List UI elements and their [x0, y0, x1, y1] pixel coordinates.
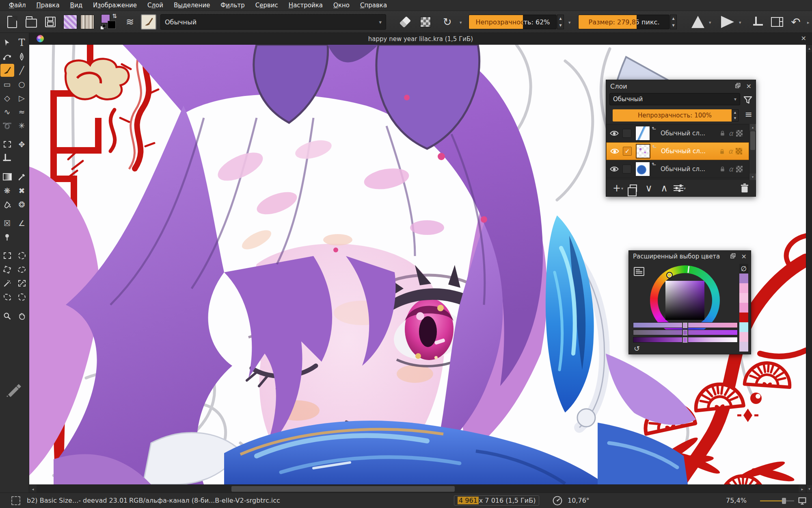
- mirror-horizontal-caret[interactable]: ▾: [709, 20, 711, 25]
- pencil-icon[interactable]: [3, 379, 24, 399]
- opacity-spinner[interactable]: ▲▼: [557, 15, 564, 29]
- trim-image-button[interactable]: [751, 14, 766, 30]
- add-layer-caret[interactable]: ▾: [621, 186, 623, 191]
- slider-handle[interactable]: [682, 322, 688, 329]
- tool-polygon[interactable]: ◇: [0, 91, 14, 104]
- layer-visibility-icon[interactable]: [609, 164, 619, 174]
- reset-icon[interactable]: ↺: [634, 344, 640, 353]
- reload-options-caret[interactable]: ▾: [460, 20, 462, 25]
- tool-calligraphy[interactable]: [15, 50, 29, 63]
- slider-handle[interactable]: [682, 329, 688, 336]
- layer-checkbox[interactable]: [622, 129, 631, 138]
- image-dimensions[interactable]: 4 961 x 7 016 (1,5 ГиБ): [454, 495, 539, 506]
- color-selector-settings-icon[interactable]: [634, 267, 644, 276]
- selection-mode-icon[interactable]: [11, 496, 20, 505]
- tool-reference-images[interactable]: [0, 230, 14, 243]
- tool-rect-select[interactable]: [0, 249, 14, 262]
- menu-item-tools[interactable]: Сервис: [251, 1, 283, 10]
- tool-line[interactable]: ╱: [15, 64, 29, 77]
- inherit-alpha-icon[interactable]: [736, 148, 742, 154]
- menu-item-window[interactable]: Окно: [328, 1, 354, 10]
- color-history-swatch[interactable]: [739, 313, 748, 322]
- layer-blending-mode-dropdown[interactable]: Обычный ▾: [609, 93, 740, 105]
- fit-to-screen-icon[interactable]: [797, 496, 807, 506]
- color-history-swatch[interactable]: [739, 332, 748, 342]
- tool-polyline[interactable]: ▷: [15, 91, 29, 104]
- inherit-alpha-icon[interactable]: [736, 166, 743, 172]
- color-slider-saturation[interactable]: [633, 330, 738, 335]
- scroll-up-icon[interactable]: ▴: [806, 45, 812, 52]
- layer-opacity-spinner[interactable]: ▲▼: [732, 109, 739, 122]
- blending-mode-dropdown[interactable]: Обычный ▾: [160, 14, 386, 30]
- tool-similar-color-select[interactable]: [0, 277, 14, 290]
- zoom-slider[interactable]: [760, 500, 794, 501]
- tool-gradient[interactable]: [0, 170, 14, 183]
- tool-bezier-curve[interactable]: ∿: [0, 105, 14, 118]
- tool-dynamic-brush[interactable]: ➰: [0, 119, 14, 132]
- color-cursor-icon[interactable]: [666, 272, 673, 278]
- eraser-mode-button[interactable]: [398, 14, 412, 30]
- tool-edit-shapes[interactable]: [0, 50, 14, 63]
- tool-ellipse[interactable]: ○: [15, 78, 29, 91]
- menu-item-select[interactable]: Выделение: [169, 1, 215, 10]
- undo-button[interactable]: ↶: [788, 14, 803, 30]
- color-history-swatch[interactable]: [739, 322, 748, 332]
- color-docker-titlebar[interactable]: Расширенный выбор цвета ✕: [629, 251, 751, 262]
- preserve-alpha-button[interactable]: [418, 14, 433, 30]
- color-slider-value[interactable]: [633, 337, 738, 343]
- layer-row[interactable]: ↰ Обычный сл... α: [606, 124, 749, 142]
- tool-text[interactable]: T: [15, 36, 29, 49]
- layers-docker-titlebar[interactable]: Слои ✕: [606, 80, 756, 92]
- menu-item-image[interactable]: Изображение: [88, 1, 142, 10]
- tool-assistants[interactable]: ☒: [0, 217, 14, 230]
- tool-transform[interactable]: [0, 138, 14, 151]
- layer-options-menu-icon[interactable]: ≡: [745, 109, 752, 119]
- add-layer-button[interactable]: +▾: [611, 182, 625, 195]
- tool-multibrush[interactable]: ✳: [15, 119, 29, 132]
- layer-checkbox[interactable]: [622, 165, 631, 174]
- menu-item-help[interactable]: Справка: [355, 1, 392, 10]
- mirror-vertical-caret[interactable]: ▾: [739, 20, 741, 25]
- scroll-left-icon[interactable]: ◂: [29, 485, 37, 493]
- menu-item-file[interactable]: Файл: [4, 1, 30, 10]
- tool-select-shapes[interactable]: [0, 36, 14, 49]
- tool-ellipse-select[interactable]: [15, 249, 29, 262]
- tool-fill[interactable]: [0, 198, 14, 211]
- tool-freehand-path[interactable]: ≈: [15, 105, 29, 118]
- layer-opacity-slider[interactable]: Непрозрачность: 100%: [613, 109, 737, 122]
- inherit-alpha-icon[interactable]: [736, 130, 743, 137]
- layer-properties-button[interactable]: ▾: [673, 182, 687, 195]
- save-button[interactable]: [43, 14, 57, 30]
- float-docker-icon[interactable]: [730, 252, 736, 261]
- no-color-icon[interactable]: ∅: [739, 264, 748, 274]
- tool-magnetic-select[interactable]: [15, 291, 29, 304]
- color-history-swatch[interactable]: [739, 303, 748, 313]
- menu-item-layer[interactable]: Слой: [143, 1, 168, 10]
- brush-settings-button[interactable]: ≋: [123, 14, 137, 30]
- gradient-chooser[interactable]: [63, 14, 78, 30]
- menu-item-settings[interactable]: Настройка: [284, 1, 328, 10]
- tool-colorize-mask[interactable]: ❋: [0, 184, 14, 197]
- tab-close-icon[interactable]: ✕: [801, 35, 806, 42]
- layer-checkbox-checked[interactable]: ✓: [623, 147, 632, 156]
- menu-item-view[interactable]: Вид: [65, 1, 87, 10]
- tool-freehand-select[interactable]: [15, 263, 29, 276]
- mirror-horizontal-button[interactable]: [690, 14, 706, 30]
- brush-preset-button[interactable]: [140, 14, 157, 30]
- layer-row[interactable]: ↰ Обычный сл... α: [606, 160, 749, 178]
- menu-item-filter[interactable]: Фильтр: [216, 1, 249, 10]
- vertical-scrollbar[interactable]: ▴ ▾: [806, 45, 812, 493]
- layer-visibility-icon[interactable]: [609, 128, 619, 138]
- toolbar-overflow-caret[interactable]: ▸: [807, 20, 810, 25]
- new-document-button[interactable]: [5, 14, 19, 30]
- brush-size-slider[interactable]: Размер: 279,85 пикс. Размер: 279,85 пикс…: [578, 15, 669, 29]
- layer-scroll-thumb[interactable]: [750, 131, 755, 150]
- tool-smart-patch[interactable]: ✖: [15, 184, 29, 197]
- zoom-slider-handle[interactable]: [782, 498, 786, 504]
- opacity-slider[interactable]: Непрозрачность: 62% Непрозрачность: 62%: [469, 15, 557, 29]
- tool-freehand-brush[interactable]: [0, 64, 14, 77]
- alpha-lock-icon[interactable]: α: [728, 147, 733, 155]
- layer-list-scrollbar[interactable]: ▴ ▾: [749, 124, 756, 180]
- tool-color-select[interactable]: [15, 277, 29, 290]
- tool-color-sampler[interactable]: [15, 170, 29, 183]
